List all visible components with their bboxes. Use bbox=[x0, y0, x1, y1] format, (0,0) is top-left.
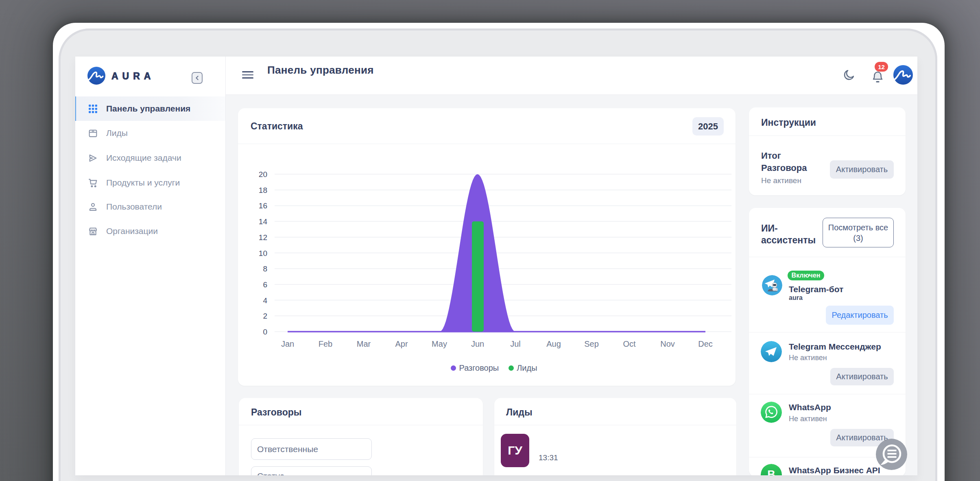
svg-text:Dec: Dec bbox=[698, 339, 713, 348]
svg-text:Mar: Mar bbox=[357, 339, 371, 348]
svg-text:Aug: Aug bbox=[546, 339, 561, 348]
svg-text:B: B bbox=[767, 468, 775, 475]
svg-text:16: 16 bbox=[259, 201, 267, 210]
svg-text:Jan: Jan bbox=[281, 339, 294, 348]
svg-text:Oct: Oct bbox=[623, 339, 636, 348]
svg-text:20: 20 bbox=[259, 170, 267, 179]
svg-text:Sep: Sep bbox=[584, 339, 599, 348]
svg-text:10: 10 bbox=[259, 249, 267, 258]
svg-text:6: 6 bbox=[263, 280, 267, 289]
svg-text:May: May bbox=[432, 339, 447, 348]
svg-text:12: 12 bbox=[259, 233, 267, 242]
svg-text:Nov: Nov bbox=[660, 339, 675, 348]
svg-text:14: 14 bbox=[259, 217, 268, 226]
svg-text:Feb: Feb bbox=[319, 339, 332, 348]
svg-text:Jun: Jun bbox=[471, 339, 484, 348]
svg-text:8: 8 bbox=[263, 265, 267, 273]
svg-text:4: 4 bbox=[263, 296, 267, 305]
svg-text:Apr: Apr bbox=[395, 339, 408, 348]
svg-text:0: 0 bbox=[263, 328, 267, 336]
svg-text:18: 18 bbox=[259, 186, 267, 195]
svg-text:2: 2 bbox=[263, 312, 267, 320]
svg-text:Jul: Jul bbox=[510, 339, 521, 348]
